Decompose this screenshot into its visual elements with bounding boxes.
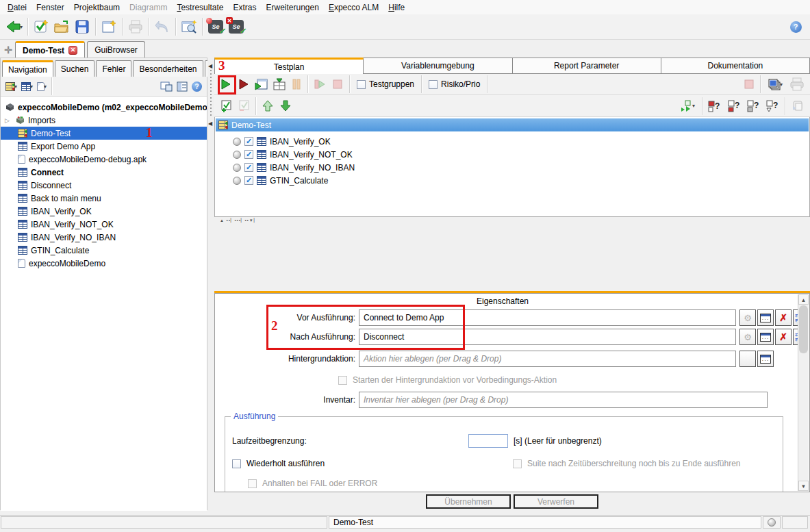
requery-failed-button[interactable]: ?: [705, 96, 724, 116]
menu-fenster[interactable]: Fenster: [31, 1, 69, 14]
wiederholt-checkbox[interactable]: [232, 459, 241, 468]
collapse-left-icon[interactable]: ◀: [208, 63, 212, 69]
tree-item-back-to-main-menu[interactable]: Back to main menu: [1, 192, 207, 205]
tab-report-parameter[interactable]: Report Parameter: [513, 58, 661, 74]
add-tab-button[interactable]: ✛: [1, 43, 15, 57]
open-button[interactable]: [51, 16, 72, 37]
tree-item-disconnect[interactable]: Disconnect: [1, 179, 207, 192]
testplan-row-iban-no-iban[interactable]: ✓ IBAN_Verify_NO_IBAN: [233, 161, 355, 174]
tab-besonderheiten[interactable]: Besonderheiten: [133, 60, 203, 77]
risiko-checkbox[interactable]: [429, 80, 438, 89]
tab-variablenumgebung[interactable]: Variablenumgebung: [364, 58, 512, 74]
vor-settings-button[interactable]: ⚙: [739, 309, 756, 326]
tab-dokumentation[interactable]: Dokumentation: [661, 58, 810, 74]
tree-item-export-demo-app[interactable]: Export Demo App: [1, 140, 207, 153]
report-copies-button[interactable]: ▾: [763, 74, 787, 94]
annotation-2: 2: [271, 318, 278, 333]
move-down-button[interactable]: [277, 96, 294, 116]
new-testplan-dropdown[interactable]: ▾: [3, 78, 19, 94]
tree-layout-button[interactable]: [175, 78, 190, 94]
testplan-row-iban-not-ok[interactable]: ✓ IBAN_Verify_NOT_OK: [233, 148, 353, 161]
menu-projektbaum[interactable]: Projektbaum: [69, 1, 125, 14]
detach-view-button[interactable]: [158, 78, 175, 94]
testplan-row-gtin[interactable]: ✓ GTIN_Calculate: [233, 174, 328, 187]
save-button[interactable]: [72, 16, 92, 37]
tree-item-iban-verify-not-ok[interactable]: IBAN_Verify_NOT_OK: [1, 218, 207, 231]
testcase-checkbox[interactable]: ✓: [244, 137, 253, 146]
requery-unrun-button[interactable]: ?: [724, 96, 744, 116]
tree-item-iban-verify-ok[interactable]: IBAN_Verify_OK: [1, 205, 207, 218]
testplan-row-iban-ok[interactable]: ✓ IBAN_Verify_OK: [233, 135, 331, 148]
new-item-button[interactable]: [31, 16, 51, 37]
nach-browse-button[interactable]: ···: [757, 329, 774, 345]
scroll-thumb[interactable]: [799, 305, 808, 353]
requery-passed-button[interactable]: ?: [744, 96, 763, 116]
tree-item-imports[interactable]: ▷ Imports: [1, 114, 207, 127]
run-debug-button[interactable]: [235, 74, 253, 94]
tree-item-project-root[interactable]: expeccoMobileDemo (m02_expeccoMobileDemo: [1, 101, 207, 114]
tab-suchen[interactable]: Suchen: [55, 60, 95, 77]
tree-item-expecco-mobile-demo[interactable]: expeccoMobileDemo: [1, 257, 207, 270]
testcase-checkbox[interactable]: ✓: [244, 150, 253, 159]
testgruppen-checkbox[interactable]: [357, 80, 366, 89]
menu-erweiterungen[interactable]: Erweiterungen: [262, 1, 324, 14]
chevron-down-icon: ▾: [692, 103, 695, 109]
tab-fehler[interactable]: Fehler: [96, 60, 131, 77]
wiederholt-row[interactable]: Wiederholt ausführen: [232, 459, 325, 468]
horizontal-splitter[interactable]: ▲ ▪▪▏▪▪▪▏▪▪▼▏: [214, 217, 810, 223]
testcase-checkbox[interactable]: ✓: [244, 163, 253, 172]
run-selected-button[interactable]: [270, 74, 288, 94]
gui-browser-button[interactable]: [179, 16, 199, 37]
hintergrund-browse-button[interactable]: ···: [757, 351, 774, 367]
inventar-dropzone[interactable]: Inventar hier ablegen (per Drag & Drop): [359, 392, 768, 408]
tree-item-gtin-calculate[interactable]: GTIN_Calculate: [1, 244, 207, 257]
apply-button[interactable]: Übernehmen: [426, 494, 511, 509]
close-icon[interactable]: ✕: [68, 46, 77, 55]
tree-item-apk[interactable]: expeccoMobileDemo-debug.apk: [1, 153, 207, 166]
move-up-button[interactable]: [259, 96, 277, 116]
paste-result-button: [788, 96, 807, 116]
tree-item-demo-test[interactable]: Demo-Test: [1, 127, 207, 140]
scroll-down-icon[interactable]: ▼: [798, 481, 809, 491]
expander-icon[interactable]: ▷: [5, 117, 12, 124]
collapse-left-icon[interactable]: ◀: [208, 121, 212, 127]
nach-settings-button[interactable]: ⚙: [739, 329, 756, 345]
selenium-record-button[interactable]: Se✓: [205, 16, 226, 37]
new-document-dropdown[interactable]: ▾: [35, 78, 49, 94]
new-action-dropdown[interactable]: ▾: [19, 78, 35, 94]
help-button[interactable]: ?: [785, 16, 806, 37]
tab-navigation[interactable]: Navigation: [2, 60, 53, 77]
tab-gui-browser[interactable]: GuiBrowser: [87, 41, 145, 58]
hintergrund-blank-button[interactable]: [739, 351, 756, 367]
properties-scrollbar[interactable]: ▲ ▼: [798, 294, 809, 491]
tab-testplan[interactable]: Testplan: [214, 58, 364, 74]
tree-help-button[interactable]: ?: [190, 78, 204, 94]
selenium-stop-button[interactable]: Se✕✓: [226, 16, 246, 37]
menu-datei[interactable]: Datei: [3, 1, 31, 14]
check-add-button[interactable]: [217, 96, 235, 116]
menu-testresultate[interactable]: Testresultate: [172, 1, 228, 14]
vor-clear-button[interactable]: ✗: [775, 309, 792, 326]
laufzeit-input[interactable]: [468, 434, 508, 448]
testgruppen-toggle[interactable]: Testgruppen: [353, 79, 418, 89]
vor-browse-button[interactable]: ···: [757, 309, 774, 326]
back-button[interactable]: ▾: [4, 16, 25, 37]
risiko-toggle[interactable]: Risiko/Prio: [425, 79, 484, 89]
menu-hilfe[interactable]: Hilfe: [383, 1, 409, 14]
tree-item-iban-verify-no-iban[interactable]: IBAN_Verify_NO_IBAN: [1, 231, 207, 244]
menu-extras[interactable]: Extras: [228, 1, 261, 14]
new-window-button[interactable]: [99, 16, 119, 37]
testcase-checkbox[interactable]: ✓: [244, 176, 253, 185]
hintergrund-dropzone[interactable]: Aktion hier ablegen (per Drag & Drop): [359, 351, 736, 367]
requery-all-button[interactable]: ?: [763, 96, 782, 116]
run-mode-dropdown[interactable]: ▾: [676, 96, 699, 116]
vertical-splitter[interactable]: ◀ ◀: [207, 58, 214, 510]
step-button[interactable]: [253, 74, 270, 94]
nach-clear-button[interactable]: ✗: [775, 329, 792, 345]
testplan-root-row[interactable]: Demo-Test: [216, 118, 809, 131]
menu-expecco-alm[interactable]: Expecco ALM: [324, 1, 383, 14]
tree-item-connect[interactable]: Connect: [1, 166, 207, 179]
scroll-up-icon[interactable]: ▲: [798, 294, 809, 305]
tab-demo-test[interactable]: Demo-Test ✕: [15, 41, 85, 58]
discard-button[interactable]: Verwerfen: [514, 494, 598, 509]
